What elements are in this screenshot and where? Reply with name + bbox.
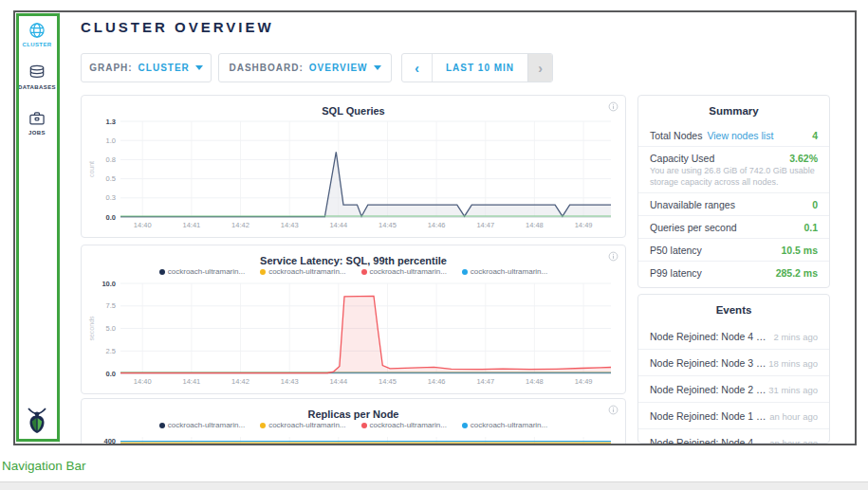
chevron-down-icon — [374, 65, 381, 70]
legend-label: cockroach-ultramarin... — [168, 421, 245, 429]
chart-card-service-latency: Service Latency: SQL, 99th percentile co… — [81, 245, 626, 394]
summary-label: Capacity Used — [650, 153, 714, 164]
graph-dropdown[interactable]: GRAPH: CLUSTER — [81, 53, 212, 82]
event-row: Node Rejoined: Node 1 rej...an hour ago — [638, 403, 829, 429]
summary-row: Queries per second0.1 — [638, 216, 829, 239]
svg-text:14:45: 14:45 — [379, 377, 397, 386]
svg-text:2.5: 2.5 — [106, 347, 116, 355]
panel-title: Summary — [638, 96, 829, 124]
svg-text:14:48: 14:48 — [526, 221, 544, 229]
summary-value: 0 — [812, 199, 818, 210]
summary-label: Queries per second — [650, 222, 737, 233]
svg-text:count: count — [88, 161, 95, 177]
cockroach-bug-icon — [25, 407, 49, 435]
svg-text:14:41: 14:41 — [183, 221, 201, 229]
svg-text:seconds: seconds — [88, 316, 95, 341]
panel-title: Events — [638, 295, 829, 323]
summary-row: Unavailable ranges0 — [638, 193, 829, 216]
briefcase-icon — [28, 109, 46, 128]
svg-text:400: 400 — [103, 437, 116, 445]
chart-title: SQL Queries — [322, 105, 384, 117]
svg-text:14:44: 14:44 — [329, 377, 347, 386]
info-icon[interactable] — [608, 405, 619, 415]
svg-text:14:40: 14:40 — [134, 377, 152, 386]
summary-row: Total NodesView nodes list4 — [638, 124, 829, 147]
sidebar-item-jobs[interactable]: JOBS — [15, 109, 59, 136]
summary-label: P99 latency — [650, 267, 702, 279]
svg-text:1.3: 1.3 — [106, 118, 116, 126]
view-nodes-link[interactable]: View nodes list — [707, 130, 773, 141]
sidebar-item-databases[interactable]: DATABASES — [15, 64, 59, 90]
svg-text:0.5: 0.5 — [106, 174, 116, 183]
svg-text:14:43: 14:43 — [281, 377, 299, 386]
globe-icon — [28, 21, 46, 40]
svg-text:0.3: 0.3 — [106, 193, 116, 202]
summary-label: Total Nodes — [650, 130, 702, 141]
summary-row: P99 latency285.2 ms — [638, 262, 829, 283]
event-time: 18 mins ago — [768, 358, 818, 369]
legend-item: cockroach-ultramarin... — [260, 267, 345, 276]
event-text: Node Rejoined: Node 1 rej... — [650, 410, 768, 422]
dashboard-dropdown[interactable]: DASHBOARD: OVERVIEW — [218, 53, 392, 82]
svg-text:14:41: 14:41 — [183, 377, 201, 386]
sidebar-item-label: JOBS — [15, 130, 59, 136]
graph-dropdown-label: GRAPH: — [89, 63, 132, 73]
chart-plot: 14:4014:4114:4214:4314:4414:4514:4614:47… — [84, 278, 622, 390]
svg-text:0.0: 0.0 — [106, 370, 116, 378]
legend-dot — [159, 423, 165, 428]
app-window: CLUSTER DATABASES JOBS — [13, 10, 857, 445]
svg-text:14:44: 14:44 — [329, 221, 347, 229]
summary-value: 3.62% — [789, 153, 818, 164]
svg-text:14:42: 14:42 — [231, 221, 249, 229]
svg-text:14:47: 14:47 — [476, 221, 494, 229]
legend-item: cockroach-ultramarin... — [361, 421, 447, 429]
page-title: CLUSTER OVERVIEW — [81, 19, 274, 35]
database-icon — [28, 64, 46, 82]
sidebar-item-label: DATABASES — [15, 84, 59, 90]
event-row: Node Rejoined: Node 3 rej...18 mins ago — [638, 350, 829, 376]
legend-dot — [260, 423, 266, 428]
legend-label: cockroach-ultramarin... — [471, 267, 547, 276]
svg-text:14:47: 14:47 — [476, 377, 494, 386]
summary-label: P50 latency — [650, 245, 702, 256]
legend-item: cockroach-ultramarin... — [361, 267, 447, 276]
legend-item: cockroach-ultramarin... — [159, 267, 245, 276]
bottom-strip — [0, 481, 868, 490]
info-icon[interactable] — [608, 251, 619, 262]
legend-dot — [361, 423, 367, 428]
summary-label: Unavailable ranges — [650, 199, 735, 210]
cockroach-logo[interactable] — [25, 407, 49, 439]
event-row: Node Rejoined: Node 2 rej...31 mins ago — [638, 376, 829, 403]
info-icon[interactable] — [608, 101, 619, 112]
next-time-button[interactable]: › — [527, 54, 552, 82]
event-time: 31 mins ago — [768, 385, 818, 395]
event-text: Node Rejoined: Node 2 rej... — [650, 384, 768, 395]
summary-row: P50 latency10.5 ms — [638, 239, 829, 262]
prev-time-button[interactable]: ‹ — [402, 54, 433, 82]
chart-card-sql-queries: SQL Queries 14:4014:4114:4214:4314:4414:… — [81, 95, 626, 238]
dashboard-dropdown-label: DASHBOARD: — [229, 63, 303, 73]
event-text: Node Rejoined: Node 4 rej... — [650, 437, 768, 446]
legend-dot — [462, 423, 468, 428]
svg-text:14:43: 14:43 — [281, 221, 299, 229]
svg-text:14:49: 14:49 — [575, 377, 593, 386]
svg-text:0.8: 0.8 — [106, 155, 116, 164]
svg-text:0.0: 0.0 — [106, 213, 116, 222]
event-time: an hour ago — [769, 411, 818, 422]
sidebar-item-label: CLUSTER — [15, 42, 59, 47]
legend-dot — [159, 269, 165, 275]
time-range-label[interactable]: LAST 10 MIN — [433, 54, 527, 82]
svg-text:14:42: 14:42 — [231, 377, 249, 386]
legend-label: cockroach-ultramarin... — [268, 421, 345, 429]
graph-dropdown-value: CLUSTER — [139, 63, 190, 73]
event-time: an hour ago — [769, 438, 818, 446]
annotation-label: Navigation Bar — [2, 459, 86, 473]
legend-label: cockroach-ultramarin... — [268, 267, 345, 276]
summary-value: 285.2 ms — [776, 267, 818, 279]
summary-panel: Summary Total NodesView nodes list4Capac… — [637, 95, 830, 288]
sidebar-item-cluster[interactable]: CLUSTER — [15, 21, 59, 47]
time-range-control: ‹ LAST 10 MIN › — [401, 53, 553, 82]
legend-item: cockroach-ultramarin... — [462, 421, 547, 429]
legend-dot — [462, 269, 468, 275]
chart-plot: 14:4014:4114:4214:4314:4414:4514:4614:47… — [84, 431, 622, 445]
